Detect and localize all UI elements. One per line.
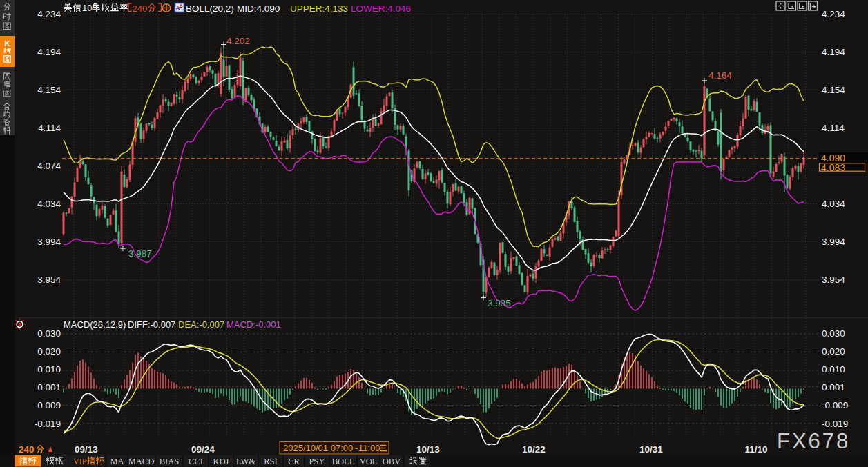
- svg-text:LOWER:4.046: LOWER:4.046: [351, 3, 411, 14]
- svg-text:3.954: 3.954: [37, 275, 61, 285]
- svg-text:3.994: 3.994: [37, 237, 61, 247]
- svg-text:MA: MA: [110, 457, 124, 466]
- svg-text:240: 240: [133, 3, 148, 14]
- svg-text:DIFF:-0.007: DIFF:-0.007: [128, 319, 175, 330]
- svg-text:4.083: 4.083: [821, 162, 845, 173]
- svg-text:4.194: 4.194: [822, 47, 845, 57]
- svg-text:11/10: 11/10: [744, 444, 767, 455]
- svg-text:BOLL(20,2): BOLL(20,2): [186, 3, 234, 14]
- svg-text:240: 240: [19, 444, 35, 455]
- svg-text:10/31: 10/31: [639, 444, 663, 455]
- svg-text:4.034: 4.034: [822, 199, 845, 209]
- svg-text:VOL: VOL: [360, 457, 378, 466]
- svg-text:4.202: 4.202: [226, 36, 250, 46]
- svg-text:OBV: OBV: [383, 457, 401, 466]
- svg-text:PSY: PSY: [309, 457, 325, 466]
- svg-text:4.154: 4.154: [37, 85, 61, 95]
- svg-text:4.154: 4.154: [822, 85, 845, 95]
- svg-text:0.020: 0.020: [37, 346, 61, 357]
- svg-text:KDJ: KDJ: [213, 457, 229, 466]
- svg-text:MACD(26,12,9): MACD(26,12,9): [64, 319, 126, 330]
- svg-text:4.114: 4.114: [822, 123, 845, 133]
- svg-text:3.954: 3.954: [822, 275, 845, 285]
- svg-text:UPPER:4.133: UPPER:4.133: [290, 3, 348, 14]
- svg-text:-0.019: -0.019: [822, 419, 848, 429]
- svg-text:10/13: 10/13: [416, 444, 440, 455]
- svg-text:0.030: 0.030: [822, 328, 845, 339]
- svg-text:VIP: VIP: [73, 457, 87, 466]
- svg-text:0.001: 0.001: [37, 382, 61, 393]
- svg-text:BOLL: BOLL: [332, 457, 355, 466]
- svg-text:4.034: 4.034: [37, 199, 61, 209]
- svg-text:LW&: LW&: [236, 457, 256, 466]
- svg-text:09/13: 09/13: [75, 444, 98, 455]
- svg-text:3.935: 3.935: [488, 298, 511, 308]
- svg-text:CCI: CCI: [189, 457, 203, 466]
- svg-text:-0.009: -0.009: [822, 400, 848, 410]
- svg-text:CR: CR: [288, 457, 300, 466]
- svg-text:4.114: 4.114: [38, 123, 61, 133]
- svg-text:09/24: 09/24: [191, 444, 215, 455]
- svg-text:-0.009: -0.009: [35, 400, 61, 410]
- svg-text:RSI: RSI: [264, 457, 277, 466]
- svg-text:3.994: 3.994: [822, 237, 845, 247]
- svg-text:10: 10: [82, 3, 92, 13]
- svg-text:0.030: 0.030: [37, 328, 61, 339]
- svg-text:0.020: 0.020: [822, 346, 845, 357]
- svg-text:-0.019: -0.019: [35, 419, 61, 429]
- svg-text:MACD: MACD: [128, 457, 155, 466]
- svg-text:K: K: [5, 39, 10, 48]
- svg-text:4.164: 4.164: [708, 70, 732, 81]
- svg-text:0.001: 0.001: [822, 382, 845, 393]
- svg-text:MACD:-0.001: MACD:-0.001: [226, 319, 281, 330]
- svg-text:BIAS: BIAS: [160, 457, 180, 466]
- svg-text:DEA:-0.007: DEA:-0.007: [178, 319, 224, 330]
- svg-text:0.010: 0.010: [822, 364, 845, 375]
- svg-text:4.234: 4.234: [37, 9, 61, 19]
- svg-text:2025/10/01 07:00~11:00: 2025/10/01 07:00~11:00: [283, 443, 380, 453]
- svg-text:0.010: 0.010: [37, 364, 61, 375]
- svg-text:MID:4.090: MID:4.090: [237, 3, 280, 14]
- svg-text:FX678: FX678: [777, 429, 850, 453]
- svg-text:3.987: 3.987: [128, 248, 152, 259]
- svg-text:4.074: 4.074: [37, 161, 61, 171]
- svg-text:4.194: 4.194: [37, 47, 61, 57]
- svg-text:10/22: 10/22: [522, 444, 546, 455]
- svg-text:4.234: 4.234: [822, 9, 845, 19]
